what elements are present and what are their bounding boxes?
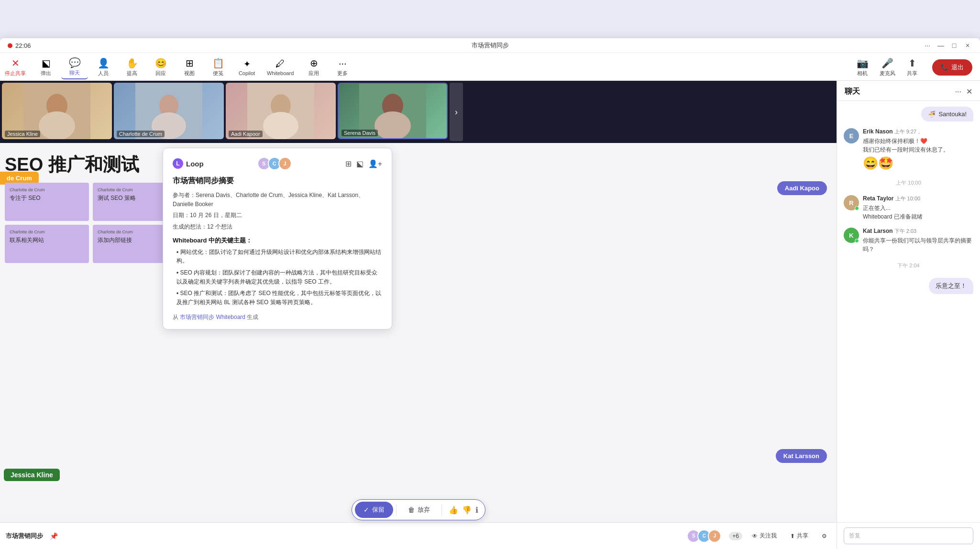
sticky-seo-focus[interactable]: Charlotte de Crum 专注于 SEO [5,183,89,221]
camera-label: 相机 [857,70,868,77]
toolbar-chat[interactable]: 💬 聊天 [61,55,88,79]
speaker-bubble-aadi: Aadi Kapoo [777,181,827,195]
wb-meeting-name: 市场营销同步 [6,532,43,540]
toolbar-stop-share[interactable]: ✕ 停止共享 [0,55,31,79]
raise-icon: ✋ [126,57,138,69]
erik-content: Erik Nason 上午 9:27， 感谢你始终保持积极！❤️ 我们已经有一段… [863,128,973,171]
toolbar-popout-label: 弹出 [41,70,51,77]
share-btn[interactable]: ⬆ 共享 [902,57,923,77]
minimize-btn[interactable]: — [936,41,946,50]
toolbar-raise[interactable]: ✋ 提高 [119,55,145,79]
share2-icon: ⬆ [790,533,795,539]
kat-name: Kat Larson [863,228,893,234]
save-button[interactable]: ✓ 保留 [355,502,393,518]
wb-avatar-group: S C J [687,529,721,543]
wb-settings-btn[interactable]: ⚙ [818,531,831,541]
camera-icon: 📷 [857,57,869,69]
sticky-text-4: 添加内部链接 [98,236,172,244]
mic-label: 麦克风 [880,70,895,77]
action-bar-extra: 👍 👎 ℹ [445,505,482,515]
toolbar-view-label: 视图 [184,70,195,77]
reta-line2: Whiteboard 已准备就绪 [863,212,973,221]
leave-button[interactable]: 📞 退出 [932,59,972,76]
reta-time: 上午 10:00 [895,196,921,201]
chat-more-icon[interactable]: ··· [955,88,961,96]
mic-btn[interactable]: 🎤 麦克风 [877,57,898,77]
wb-title: SEO 推广和测试 [0,153,182,177]
camera-btn[interactable]: 📷 相机 [852,57,873,77]
loop-bullet-3: SEO 推广和测试：团队考虑了 SEO 性能优化，其中包括元标签等页面优化，以及… [173,289,382,307]
video-serena: Serena Davis [338,83,448,139]
erik-emojis: 😄🤩 [863,156,973,171]
kat-online [855,239,859,243]
share-label: 共享 [907,70,917,77]
chat-reply-input[interactable]: 答复 [844,527,973,544]
main-window: 22:06 市场营销同步 ··· — □ × ✕ 停止共享 ⬕ 弹出 💬 聊天 … [0,38,980,549]
wb-participant-count: +6 [729,532,742,540]
toolbar-apps[interactable]: ⊕ 应用 [300,55,327,79]
time-divider-1: 上午 10:00 [844,179,973,187]
svg-point-9 [263,112,298,139]
sticky-related-sites[interactable]: Charlotte de Crum 联系相关网站 [5,225,89,263]
video-jessica: Jessica Kline [2,83,112,139]
whiteboard-icon: 🖊 [275,58,285,69]
erik-line2: 我们已经有一段时间没有休息了。 [863,145,973,154]
toolbar-popout[interactable]: ⬕ 弹出 [33,55,59,79]
more-btn[interactable]: ··· [923,41,932,50]
toolbar-react[interactable]: 😊 回应 [147,55,174,79]
loop-header-actions: ⊞ ⬕ 👤+ [345,159,382,168]
apps-icon: ⊕ [310,57,318,69]
thumbs-up-icon[interactable]: 👍 [449,505,458,515]
discard-button[interactable]: 🗑 放弃 [399,502,439,518]
toolbar-more-label: 更多 [337,70,348,77]
chat-close-icon[interactable]: ✕ [966,87,972,96]
toolbar-copilot[interactable]: ✦ Copilot [233,57,260,78]
toolbar-people-label: 人员 [98,70,109,77]
copilot-icon: ✦ [243,59,251,69]
video-more-btn[interactable]: › [450,83,463,141]
chat-panel: 聊天 ··· ✕ 🍜 Santouka! E [837,81,980,549]
toolbar-more[interactable]: ··· 更多 [329,56,356,79]
loop-footer-prefix: 从 [173,314,178,320]
chat-footer: 答复 [837,522,980,549]
toolbar-notes[interactable]: 📋 便笺 [205,55,231,79]
kat-avatar: K [844,228,859,243]
window-controls: ··· — □ × [923,41,972,50]
wb-nametag: Jessica Kline [4,469,60,481]
save-label: 保留 [372,505,385,514]
toolbar-stop-share-label: 停止共享 [5,70,26,77]
video-name-charlotte: Charlotte de Crum [117,131,165,137]
toolbar-people[interactable]: 👤 人员 [90,55,117,79]
loop-grid-icon[interactable]: ⊞ [345,159,352,168]
erik-time: 上午 9:27， [894,129,922,134]
wb-share-btn[interactable]: ⬆ 共享 [786,530,812,542]
reta-line1: 正在签入... [863,204,973,212]
whiteboard-area: Jessica Kline Charlotte de Crum [0,81,837,549]
toolbar: ✕ 停止共享 ⬕ 弹出 💬 聊天 👤 人员 ✋ 提高 😊 回应 ⊞ 视图 📋 [0,53,980,81]
info-icon[interactable]: ℹ [475,505,478,515]
window-title: 市场营销同步 [472,41,509,50]
loop-avatar-3: J [278,157,292,170]
reply-bubble: 乐意之至！ [929,278,973,294]
toolbar-view[interactable]: ⊞ 视图 [176,55,203,79]
wb-actions: S C J +6 👁 关注我 ⬆ 共享 ⚙ [687,529,831,543]
loop-meta-date: 日期：10 月 26 日，星期二 [173,211,382,220]
wb-pin-icon: 📌 [50,532,58,540]
media-buttons: 📷 相机 🎤 麦克风 ⬆ 共享 📞 退出 [852,57,972,77]
loop-footer-link[interactable]: 市场营销同步 Whiteboard [180,314,245,320]
wb-canvas[interactable]: de Crum SEO 推广和测试 Charlotte de Crum 专注于 … [0,143,837,511]
video-aadi: Aadi Kapoor [226,83,336,139]
close-btn[interactable]: × [963,41,972,50]
loop-copy-icon[interactable]: ⬕ [356,159,363,168]
loop-header: L Loop S C J ⊞ ⬕ 👤+ [173,157,382,170]
follow-icon: 👁 [752,533,758,539]
sticky-text-1: 专注于 SEO [10,194,84,202]
wb-follow-btn[interactable]: 👁 关注我 [748,530,781,542]
chat-title: 聊天 [845,87,860,97]
toolbar-whiteboard[interactable]: 🖊 Whiteboard [262,56,298,78]
reply-text: 乐意之至！ [936,282,967,290]
chat-messages: 🍜 Santouka! E Erik Nason 上午 9:27， 感谢你 [837,101,980,522]
maximize-btn[interactable]: □ [949,41,959,50]
thumbs-down-icon[interactable]: 👎 [462,505,472,515]
loop-share-icon[interactable]: 👤+ [368,159,382,168]
